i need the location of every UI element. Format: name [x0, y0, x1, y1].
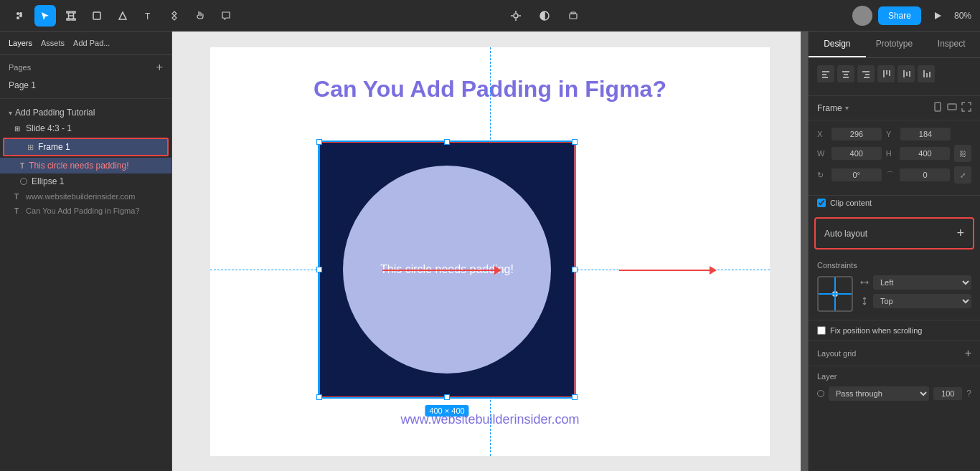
frame-label-text: Frame	[817, 103, 842, 113]
clip-content-checkbox[interactable]	[817, 199, 826, 207]
canvas-content: Can You Add Padding in Figma? This circl…	[172, 32, 808, 471]
constraint-box	[817, 276, 853, 312]
y-input[interactable]	[900, 128, 951, 141]
layer-frame-1[interactable]: ⊞ Frame 1	[3, 138, 169, 156]
layer-circle-icon	[817, 390, 824, 397]
arrow-right	[619, 270, 712, 271]
layer-opacity-input[interactable]	[933, 387, 962, 400]
frame-icon-portrait[interactable]	[933, 102, 943, 114]
frame-icons	[933, 102, 971, 114]
frame-dropdown-icon[interactable]: ▾	[845, 104, 849, 112]
layer-ellipse[interactable]: Ellipse 1	[0, 173, 171, 189]
h-label: H	[886, 149, 896, 158]
clip-content-label: Clip content	[830, 199, 872, 207]
fix-position-checkbox[interactable]	[817, 326, 826, 335]
right-panel-tabs: Design Prototype Inspect	[809, 32, 980, 58]
canvas-area[interactable]: Can You Add Padding in Figma? This circl…	[172, 32, 808, 471]
svg-rect-14	[822, 74, 826, 75]
frame-tool-btn[interactable]	[60, 5, 82, 27]
layers-icon[interactable]	[562, 5, 584, 27]
svg-rect-2	[67, 19, 70, 20]
text-tool-btn[interactable]: T	[138, 5, 159, 27]
radius-input[interactable]	[900, 168, 950, 181]
components-tool-btn[interactable]	[164, 5, 185, 27]
x-label: X	[817, 130, 827, 138]
share-button[interactable]: Share	[878, 6, 921, 25]
layer-title[interactable]: T Can You Add Padding in Figma?	[0, 204, 171, 218]
frame-icon-expand[interactable]	[961, 102, 971, 114]
frame-header: Frame ▾	[809, 96, 980, 120]
text-icon: T	[20, 162, 24, 170]
title-layer-label: Can You Add Padding in Figma?	[26, 206, 139, 215]
h-input[interactable]	[900, 147, 950, 160]
svg-rect-15	[822, 77, 828, 78]
select-tool-btn[interactable]	[34, 5, 56, 27]
svg-rect-1	[72, 11, 75, 13]
frame-1-label: Frame 1	[38, 142, 70, 152]
constraint-v-select[interactable]: Top Bottom Center Scale	[873, 294, 971, 308]
align-middle-btn[interactable]	[897, 65, 915, 82]
constraint-options: Left Right Center Scale Top Bottom	[860, 275, 971, 313]
frame-icon-landscape[interactable]	[947, 102, 957, 114]
constraint-h-select[interactable]: Left Right Center Scale	[873, 275, 971, 290]
svg-rect-27	[909, 71, 910, 77]
tab-layers[interactable]: Layers	[9, 37, 32, 49]
slide-title: Can You Add Padding in Figma?	[210, 76, 770, 103]
x-input[interactable]	[831, 128, 882, 141]
layer-text[interactable]: T This circle needs padding!	[0, 158, 171, 173]
svg-rect-31	[935, 103, 941, 111]
shape-tool-btn[interactable]	[86, 5, 108, 27]
grid-icon[interactable]	[505, 5, 527, 27]
pen-tool-btn[interactable]	[112, 5, 133, 27]
add-page-btn[interactable]: +	[156, 61, 163, 74]
frame-label: Frame ▾	[817, 103, 849, 113]
slide-label: Slide 4:3 - 1	[26, 123, 72, 133]
canvas-scrollbar[interactable]	[801, 32, 808, 471]
y-label: Y	[886, 130, 896, 138]
current-page-header[interactable]: ▾ Add Padding Tutorial	[0, 105, 171, 120]
toolbar: T	[0, 0, 980, 32]
layer-url[interactable]: T www.websitebuilderinsider.com	[0, 189, 171, 204]
svg-rect-0	[67, 11, 70, 13]
tab-prototype[interactable]: Prototype	[866, 32, 923, 57]
svg-rect-32	[948, 104, 956, 110]
svg-rect-30	[929, 72, 930, 77]
svg-rect-26	[906, 72, 908, 76]
rotation-input[interactable]	[831, 168, 882, 181]
align-right-btn[interactable]	[857, 65, 875, 82]
svg-rect-18	[843, 77, 849, 78]
play-btn[interactable]	[927, 5, 948, 27]
align-left-btn[interactable]	[817, 65, 834, 82]
comment-tool-btn[interactable]	[215, 5, 237, 27]
svg-rect-16	[842, 71, 849, 72]
layers-section: ▾ Add Padding Tutorial ⊞ Slide 4:3 - 1 ⊞…	[0, 99, 171, 471]
figma-menu-btn[interactable]	[9, 5, 30, 27]
tab-add-panel[interactable]: Add Pad...	[73, 37, 110, 49]
svg-rect-11	[570, 14, 577, 19]
align-top-btn[interactable]	[877, 65, 895, 82]
tab-assets[interactable]: Assets	[41, 37, 65, 49]
tab-design[interactable]: Design	[809, 32, 866, 57]
text-layer-label: This circle needs padding!	[29, 161, 128, 171]
align-center-h-btn[interactable]	[837, 65, 854, 82]
chevron-icon: ▾	[9, 109, 12, 117]
layer-mode-select[interactable]: Pass through Normal Multiply Screen Over…	[829, 386, 929, 401]
constrain-proportions-btn[interactable]: ⛓	[954, 145, 971, 162]
auto-layout-add-btn[interactable]: +	[956, 226, 964, 241]
layer-visibility-btn[interactable]: ?	[966, 389, 971, 399]
layer-section: Layer Pass through Normal Multiply Scree…	[809, 366, 980, 406]
ellipse-icon	[20, 178, 27, 185]
page-item-1[interactable]: Page 1	[9, 78, 163, 92]
svg-rect-13	[822, 71, 829, 72]
expand-corners-btn[interactable]: ⤢	[954, 166, 971, 184]
slide-header[interactable]: ⊞ Slide 4:3 - 1	[0, 120, 171, 136]
hand-tool-btn[interactable]	[189, 5, 211, 27]
contrast-icon[interactable]	[534, 5, 555, 27]
align-bottom-btn[interactable]	[918, 65, 935, 82]
layout-grid-add-btn[interactable]: +	[965, 347, 971, 360]
tab-inspect[interactable]: Inspect	[923, 32, 980, 57]
w-input[interactable]	[831, 147, 882, 160]
svg-rect-22	[883, 70, 885, 77]
auto-layout-row: Auto layout +	[814, 217, 974, 249]
layout-grid-label: Layout grid	[817, 349, 856, 358]
